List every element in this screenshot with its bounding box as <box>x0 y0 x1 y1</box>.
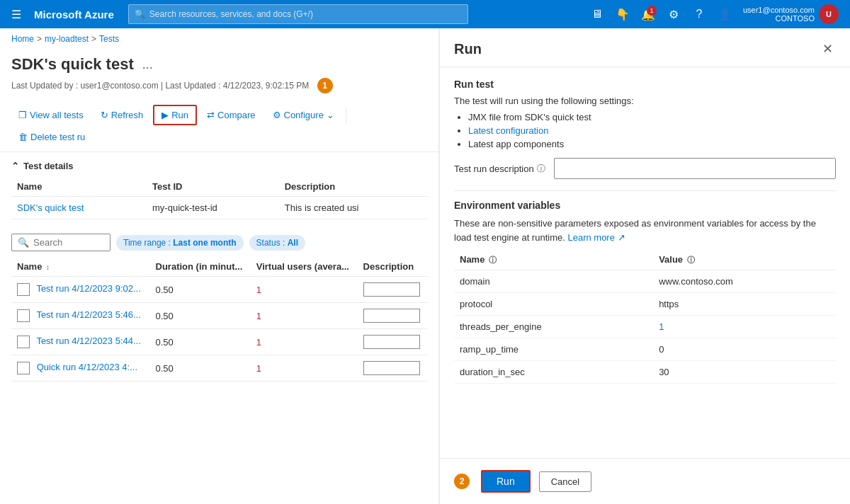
env-col-value: Value ⓘ <box>653 250 836 270</box>
row-checkbox-0[interactable] <box>17 283 30 296</box>
desc-info-icon[interactable]: ⓘ <box>537 163 545 175</box>
compare-btn[interactable]: ⇄ Compare <box>200 106 262 124</box>
runs-row-duration-1: 0.50 <box>150 303 251 329</box>
compare-label: Compare <box>217 110 255 120</box>
run-name-link-2[interactable]: Test run 4/12/2023 5:44... <box>36 336 140 346</box>
run-name-link-0[interactable]: Test run 4/12/2023 9:02... <box>36 283 140 294</box>
env-value-info-icon[interactable]: ⓘ <box>687 256 695 264</box>
delete-label: Delete test ru <box>30 132 85 142</box>
section-divider <box>454 190 836 191</box>
runs-col-duration: Duration (in minut... <box>150 257 251 277</box>
filter-bar: 🔍 Time range : Last one month Status : A… <box>0 228 438 257</box>
global-search[interactable]: 🔍 Search resources, services, and docs (… <box>128 4 468 24</box>
drawer-run-btn[interactable]: Run <box>481 470 531 493</box>
latest-config-link[interactable]: Latest configuration <box>468 125 548 136</box>
drawer-cancel-btn[interactable]: Cancel <box>539 471 591 492</box>
nav-icons: 🖥 👇 🔔 1 ⚙ ? 👤 user1@contoso.com CONTOSO … <box>586 3 843 25</box>
env-table-row: protocol https <box>454 293 836 316</box>
view-all-tests-btn[interactable]: ❐ View all tests <box>11 106 91 124</box>
runs-row-virtual-1: 1 <box>251 303 358 329</box>
notifications-btn[interactable]: 🔔 1 <box>637 3 659 25</box>
breadcrumb-loadtest[interactable]: my-loadtest <box>45 34 89 44</box>
refresh-btn[interactable]: ↻ Refresh <box>94 106 151 124</box>
row-checkbox-1[interactable] <box>17 309 30 322</box>
col-description: Description <box>279 177 427 197</box>
top-nav: ☰ Microsoft Azure 🔍 Search resources, se… <box>0 0 850 28</box>
toolbar: ❐ View all tests ↻ Refresh ▶ Run ⇄ Compa… <box>0 102 438 152</box>
user-menu[interactable]: user1@contoso.com CONTOSO U <box>739 4 843 24</box>
test-run-desc-input[interactable] <box>554 158 836 179</box>
env-name-info-icon[interactable]: ⓘ <box>489 256 497 264</box>
avatar: U <box>819 4 839 24</box>
runs-row-name: Quick run 4/12/2023 4:... <box>11 355 150 382</box>
runs-table-row: Quick run 4/12/2023 4:... 0.50 1 <box>11 355 427 382</box>
search-box-icon: 🔍 <box>18 237 29 248</box>
breadcrumb-tests[interactable]: Tests <box>99 34 119 44</box>
notification-badge: 1 <box>647 6 657 16</box>
user-org: CONTOSO <box>743 14 815 23</box>
help-btn[interactable]: ? <box>688 3 710 25</box>
refresh-icon: ↻ <box>101 110 108 120</box>
runs-row-desc-input-1[interactable] <box>363 309 420 323</box>
sort-icon[interactable]: ↕ <box>46 263 50 271</box>
col-name: Name <box>11 177 147 197</box>
run-name-link-3[interactable]: Quick run 4/12/2023 4:... <box>37 362 137 372</box>
env-value-2[interactable]: 1 <box>653 316 836 338</box>
env-value-0: www.contoso.com <box>653 270 836 293</box>
test-name-cell[interactable]: SDK's quick test <box>11 197 147 219</box>
user-email: user1@contoso.com <box>743 6 815 14</box>
drawer-title: Run <box>454 41 482 57</box>
bullet-config: Latest configuration <box>468 125 836 136</box>
time-range-value: Last one month <box>173 238 236 248</box>
delete-icon: 🗑 <box>18 132 28 142</box>
drawer-close-btn[interactable]: ✕ <box>820 40 836 58</box>
main-layout: Home > my-loadtest > Tests SDK's quick t… <box>0 28 850 504</box>
runs-row-desc-1 <box>358 303 427 329</box>
runs-table: Name ↕ Duration (in minut... Virtual use… <box>11 257 427 382</box>
configure-chevron-icon: ⌄ <box>327 110 334 120</box>
runs-row-desc-input-3[interactable] <box>363 361 420 375</box>
run-settings-list: JMX file from SDK's quick test Latest co… <box>468 112 836 149</box>
row-checkbox-3[interactable] <box>17 362 30 374</box>
runs-row-name: Test run 4/12/2023 5:44... <box>11 329 150 355</box>
test-details-table: Name Test ID Description SDK's quick tes… <box>11 177 427 219</box>
run-test-desc: The test will run using the following se… <box>454 96 836 106</box>
runs-row-virtual-2: 1 <box>251 329 358 355</box>
cloud-shell-btn[interactable]: 🖥 <box>586 3 608 25</box>
page-options-btn[interactable]: ... <box>140 56 156 74</box>
page-meta-text: Last Updated by : user1@contoso.com | La… <box>11 81 309 91</box>
chevron-down-icon: ⌃ <box>11 161 19 171</box>
left-panel: Home > my-loadtest > Tests SDK's quick t… <box>0 28 439 504</box>
runs-row-virtual-3: 1 <box>251 355 358 382</box>
view-all-tests-label: View all tests <box>30 110 84 120</box>
page-meta: Last Updated by : user1@contoso.com | La… <box>0 76 438 102</box>
time-range-filter[interactable]: Time range : Last one month <box>116 235 244 251</box>
breadcrumb-home[interactable]: Home <box>11 34 34 44</box>
run-icon: ▶ <box>162 110 169 120</box>
runs-row-duration-0: 0.50 <box>150 277 251 303</box>
breadcrumb-sep-1: > <box>37 34 42 44</box>
search-box[interactable]: 🔍 <box>11 234 110 251</box>
delete-btn[interactable]: 🗑 Delete test ru <box>11 128 92 146</box>
settings-btn[interactable]: ⚙ <box>662 3 685 25</box>
env-learn-more-link[interactable]: Learn more ↗ <box>567 232 625 243</box>
run-test-title: Run test <box>454 79 836 90</box>
row-checkbox-2[interactable] <box>17 336 30 348</box>
callout-badge-2: 2 <box>454 474 470 489</box>
runs-row-desc-input-0[interactable] <box>363 282 420 297</box>
hamburger-menu[interactable]: ☰ <box>7 5 26 24</box>
runs-row-desc-0 <box>358 277 427 303</box>
run-btn[interactable]: ▶ Run <box>153 105 197 125</box>
status-filter[interactable]: Status : All <box>249 235 305 251</box>
runs-row-desc-input-2[interactable] <box>363 335 420 349</box>
feedback-btn[interactable]: 👇 <box>611 3 634 25</box>
profile-feedback-btn[interactable]: 👤 <box>713 3 736 25</box>
env-name-2: threads_per_engine <box>454 316 653 338</box>
test-details-toggle[interactable]: ⌃ Test details <box>11 161 427 171</box>
breadcrumb: Home > my-loadtest > Tests <box>0 28 438 50</box>
search-icon: 🔍 <box>135 9 145 19</box>
runs-row-virtual-0: 1 <box>251 277 358 303</box>
run-name-link-1[interactable]: Test run 4/12/2023 5:46... <box>36 309 140 320</box>
search-input[interactable] <box>33 237 104 248</box>
configure-btn[interactable]: ⚙ Configure ⌄ <box>266 106 341 124</box>
